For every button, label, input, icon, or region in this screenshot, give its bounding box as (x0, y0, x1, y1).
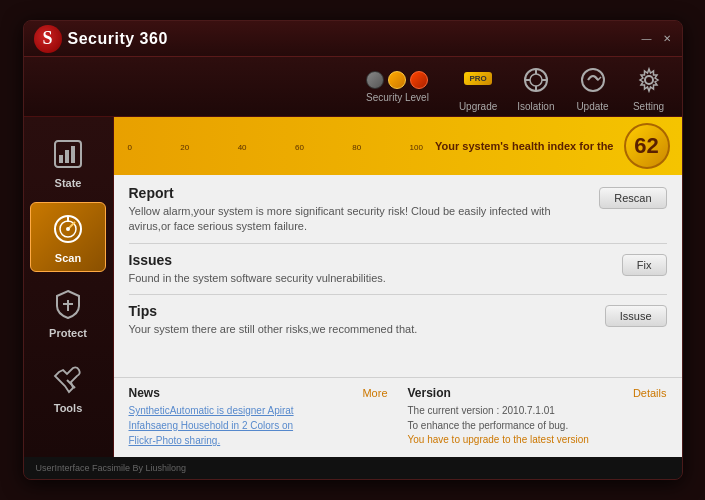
app-title: Security 360 (68, 30, 168, 48)
security-level-group: Security Level (366, 71, 429, 103)
news-more-link[interactable]: More (362, 387, 387, 399)
svg-point-15 (66, 227, 70, 231)
svg-point-1 (530, 74, 542, 86)
sidebar-item-tools[interactable]: Tools (30, 352, 106, 422)
sidebar-tools-label: Tools (54, 402, 83, 414)
report-content: Report Yellow alarm,your system is more … (129, 185, 590, 235)
version-column: Version Details The current version : 20… (408, 386, 667, 449)
divider-2 (129, 294, 667, 295)
report-section: Report Yellow alarm,your system is more … (129, 185, 667, 235)
upgrade-icon[interactable]: PRO (460, 62, 496, 98)
bottom-section: News More SyntheticAutomatic is designer… (114, 377, 682, 457)
level-circles (366, 71, 428, 89)
titlebar: S Security 360 — ✕ (24, 21, 682, 57)
update-label: Update (576, 101, 608, 112)
news-item-2[interactable]: Infahsaeng Household in 2 Colors on (129, 419, 388, 432)
tools-icon (50, 361, 86, 397)
health-text: Your system's health index for the (435, 140, 613, 152)
scan-icon (50, 211, 86, 247)
version-title: Version (408, 386, 451, 400)
window-controls: — ✕ (640, 32, 674, 46)
isolation-icon[interactable] (518, 62, 554, 98)
report-title: Report (129, 185, 590, 201)
setting-icon[interactable] (631, 62, 667, 98)
setting-label: Setting (633, 101, 664, 112)
tips-text: Your system there are still other risks,… (129, 322, 595, 337)
pro-badge: PRO (464, 72, 491, 85)
news-title: News (129, 386, 160, 400)
issues-content: Issues Found in the system software secu… (129, 252, 612, 286)
sidebar-item-protect[interactable]: Protect (30, 277, 106, 347)
sidebar-protect-label: Protect (49, 327, 87, 339)
version-note1: To enhance the performance of bug. (408, 419, 667, 432)
security-level-label: Security Level (366, 92, 429, 103)
svg-point-6 (582, 69, 604, 91)
upgrade-label: Upgrade (459, 101, 497, 112)
svg-rect-10 (65, 150, 69, 163)
version-header: Version Details (408, 386, 667, 400)
tips-section: Tips Your system there are still other r… (129, 303, 667, 337)
issues-title: Issues (129, 252, 612, 268)
isolation-group[interactable]: Isolation (517, 62, 554, 112)
sections: Report Yellow alarm,your system is more … (114, 175, 682, 377)
footer-text: UserInterface Facsimile By Liushilong (36, 463, 187, 473)
issues-text: Found in the system software security vu… (129, 271, 612, 286)
health-bar-section: 0 20 40 60 80 100 Your system's health i… (114, 117, 682, 175)
minimize-button[interactable]: — (640, 32, 654, 46)
news-header: News More (129, 386, 388, 400)
update-group[interactable]: Update (575, 62, 611, 112)
fix-button[interactable]: Fix (622, 254, 667, 276)
app-window: S Security 360 — ✕ Security Level PRO Up… (23, 20, 683, 480)
news-item-3[interactable]: Flickr-Photo sharing. (129, 434, 388, 447)
toolbar: Security Level PRO Upgrade Isolation (24, 57, 682, 117)
news-item-1[interactable]: SyntheticAutomatic is designer Apirat (129, 404, 388, 417)
news-column: News More SyntheticAutomatic is designer… (129, 386, 388, 449)
version-details-link[interactable]: Details (633, 387, 667, 399)
protect-icon (50, 286, 86, 322)
content-area: 0 20 40 60 80 100 Your system's health i… (114, 117, 682, 457)
version-note2: You have to upgrade to the latest versio… (408, 434, 667, 445)
setting-group[interactable]: Setting (631, 62, 667, 112)
divider-1 (129, 243, 667, 244)
sidebar-state-label: State (55, 177, 82, 189)
health-score: 62 (624, 123, 670, 169)
footer: UserInterface Facsimile By Liushilong (24, 457, 682, 479)
rescan-button[interactable]: Rescan (599, 187, 666, 209)
version-current: The current version : 2010.7.1.01 (408, 404, 667, 417)
issues-section: Issues Found in the system software secu… (129, 252, 667, 286)
main-area: State Scan (24, 117, 682, 457)
sidebar-item-state[interactable]: State (30, 127, 106, 197)
level-circle-2 (388, 71, 406, 89)
sidebar-scan-label: Scan (55, 252, 81, 264)
issuse-button[interactable]: Issuse (605, 305, 667, 327)
sidebar-item-scan[interactable]: Scan (30, 202, 106, 272)
svg-rect-11 (71, 146, 75, 163)
sidebar: State Scan (24, 117, 114, 457)
update-icon[interactable] (575, 62, 611, 98)
upgrade-group[interactable]: PRO Upgrade (459, 62, 497, 112)
logo-icon: S (34, 25, 62, 53)
svg-point-7 (645, 76, 653, 84)
level-circle-3 (410, 71, 428, 89)
app-logo: S Security 360 (34, 25, 168, 53)
svg-rect-9 (59, 155, 63, 163)
state-icon (50, 136, 86, 172)
level-circle-1 (366, 71, 384, 89)
isolation-label: Isolation (517, 101, 554, 112)
tips-content: Tips Your system there are still other r… (129, 303, 595, 337)
report-text: Yellow alarm,your system is more signifi… (129, 204, 590, 235)
tips-title: Tips (129, 303, 595, 319)
close-button[interactable]: ✕ (660, 32, 674, 46)
